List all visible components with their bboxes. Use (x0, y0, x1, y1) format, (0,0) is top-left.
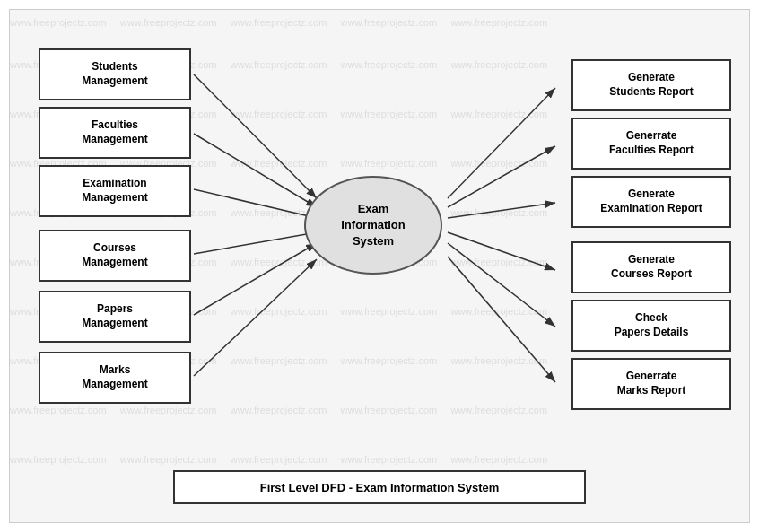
footer-title-box: First Level DFD - Exam Information Syste… (173, 470, 586, 504)
watermark: www.freeprojectz.com www.freeprojectz.co… (10, 405, 547, 415)
svg-line-4 (194, 232, 317, 254)
generate-courses-report-box: Generate Courses Report (571, 241, 731, 293)
check-papers-details-box: Check Papers Details (571, 300, 731, 352)
svg-line-2 (194, 134, 317, 207)
generate-faculties-report-box: Generrate Faculties Report (571, 118, 731, 170)
diagram-container: www.freeprojectz.com www.freeprojectz.co… (9, 9, 750, 523)
svg-line-7 (448, 88, 555, 198)
svg-line-12 (448, 257, 555, 382)
students-management-box: Students Management (39, 48, 191, 100)
svg-line-11 (448, 243, 555, 327)
watermark: www.freeprojectz.com www.freeprojectz.co… (10, 454, 547, 465)
footer-title: First Level DFD - Exam Information Syste… (260, 481, 500, 494)
generate-examination-report-box: Generate Examination Report (571, 176, 731, 228)
svg-line-3 (194, 189, 317, 218)
generate-marks-report-box: Generrate Marks Report (571, 358, 731, 410)
svg-line-1 (194, 74, 317, 198)
examination-management-box: Examination Management (39, 165, 191, 217)
svg-line-10 (448, 232, 555, 270)
marks-management-box: Marks Management (39, 352, 191, 404)
svg-line-8 (448, 146, 555, 207)
svg-line-9 (448, 203, 555, 218)
generate-students-report-box: Generate Students Report (571, 59, 731, 111)
svg-line-5 (194, 243, 317, 315)
svg-line-6 (194, 259, 317, 376)
faculties-management-box: Faculties Management (39, 107, 191, 159)
center-circle: Exam Information System (304, 176, 442, 275)
papers-management-box: Papers Management (39, 291, 191, 343)
watermark: www.freeprojectz.com www.freeprojectz.co… (10, 17, 547, 28)
courses-management-box: Courses Management (39, 230, 191, 282)
